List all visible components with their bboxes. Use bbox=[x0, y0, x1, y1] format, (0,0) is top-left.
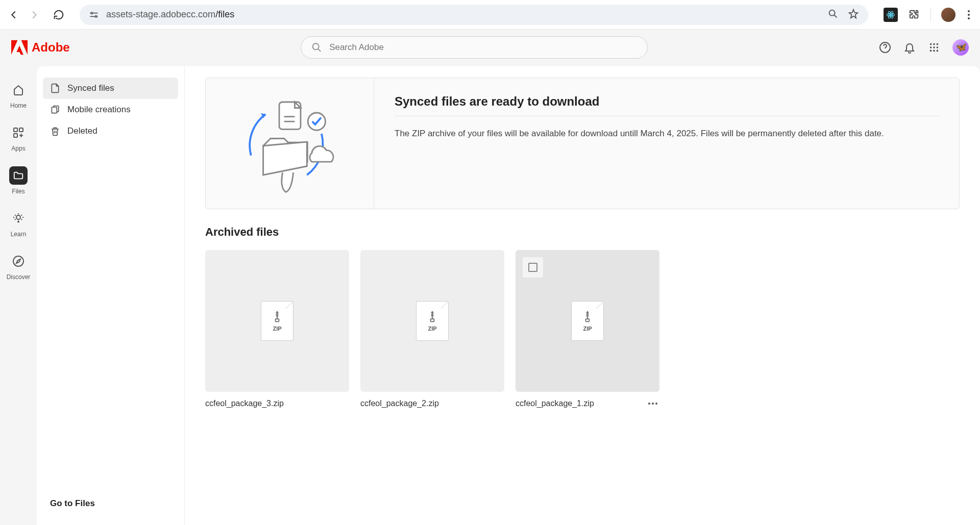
rail-label: Learn bbox=[11, 231, 27, 238]
zip-label: ZIP bbox=[428, 326, 436, 332]
trash-icon bbox=[50, 126, 60, 136]
app-header: Adobe bbox=[0, 30, 980, 65]
adobe-logo[interactable]: Adobe bbox=[11, 40, 70, 55]
section-title: Archived files bbox=[205, 226, 960, 239]
browser-forward-button[interactable] bbox=[29, 9, 40, 20]
browser-menu-button[interactable] bbox=[966, 10, 972, 19]
file-thumbnail: ZIP bbox=[360, 250, 504, 392]
divider bbox=[930, 8, 931, 21]
svg-rect-20 bbox=[14, 134, 17, 137]
browser-toolbar: assets-stage.adobecc.com/files bbox=[0, 0, 980, 30]
app-switcher-icon[interactable] bbox=[928, 41, 940, 54]
banner-title: Synced files are ready to download bbox=[395, 94, 939, 109]
files-icon bbox=[9, 166, 28, 185]
zip-file-icon: ZIP bbox=[261, 301, 293, 341]
svg-point-0 bbox=[91, 12, 92, 14]
zip-label: ZIP bbox=[273, 326, 281, 332]
svg-point-2 bbox=[829, 10, 835, 15]
svg-point-1 bbox=[95, 15, 97, 17]
file-card[interactable]: ZIP ccfeol_package_2.zip bbox=[360, 250, 504, 408]
rail-label: Apps bbox=[11, 145, 25, 152]
svg-point-11 bbox=[937, 43, 939, 45]
apps-icon bbox=[9, 123, 28, 142]
sidebar-item-label: Deleted bbox=[67, 126, 97, 136]
rail-label: Discover bbox=[7, 273, 31, 281]
file-more-actions-button[interactable] bbox=[646, 401, 659, 407]
site-settings-icon[interactable] bbox=[89, 10, 99, 20]
file-grid: ZIP ccfeol_package_3.zip ZIP ccfeol_pack… bbox=[205, 250, 960, 408]
browser-bookmark-icon[interactable] bbox=[848, 8, 859, 21]
file-thumbnail: ZIP bbox=[205, 250, 349, 392]
file-thumbnail: ZIP bbox=[516, 250, 659, 392]
rail-item-home[interactable]: Home bbox=[9, 81, 28, 109]
svg-point-9 bbox=[930, 43, 932, 45]
search-icon bbox=[311, 42, 322, 53]
rail-label: Files bbox=[12, 188, 24, 195]
files-sidebar: Synced files Mobile creations Deleted Go… bbox=[37, 66, 185, 525]
svg-point-15 bbox=[930, 50, 932, 52]
zip-label: ZIP bbox=[583, 326, 592, 332]
download-banner: Synced files are ready to download The Z… bbox=[205, 78, 960, 209]
rail-item-discover[interactable]: Discover bbox=[7, 252, 31, 281]
browser-profile-avatar[interactable] bbox=[941, 8, 955, 22]
main-content: Synced files are ready to download The Z… bbox=[185, 66, 980, 525]
sidebar-item-synced-files[interactable]: Synced files bbox=[43, 78, 178, 99]
url-text: assets-stage.adobecc.com/files bbox=[106, 9, 234, 20]
svg-point-3 bbox=[890, 14, 892, 15]
search-input[interactable] bbox=[329, 42, 637, 53]
left-nav-rail: Home Apps Files Learn Discover bbox=[0, 65, 37, 525]
sidebar-item-deleted[interactable]: Deleted bbox=[43, 120, 178, 142]
rail-item-learn[interactable]: Learn bbox=[9, 209, 28, 238]
file-select-checkbox[interactable] bbox=[523, 257, 543, 278]
sidebar-item-label: Synced files bbox=[67, 83, 114, 93]
file-icon bbox=[50, 83, 60, 93]
react-devtools-extension-icon[interactable] bbox=[884, 8, 898, 22]
svg-point-14 bbox=[937, 46, 939, 48]
svg-point-22 bbox=[13, 256, 23, 266]
divider bbox=[395, 116, 939, 116]
brand-name: Adobe bbox=[32, 40, 70, 55]
svg-rect-23 bbox=[52, 107, 57, 113]
extensions-icon[interactable] bbox=[908, 9, 920, 21]
rail-item-files[interactable]: Files bbox=[9, 166, 28, 195]
banner-illustration bbox=[206, 78, 374, 209]
file-name: ccfeol_package_1.zip bbox=[516, 399, 594, 408]
svg-point-10 bbox=[933, 43, 935, 45]
banner-body: The ZIP archive of your files will be av… bbox=[395, 127, 939, 140]
notifications-icon[interactable] bbox=[903, 41, 916, 54]
sidebar-item-label: Mobile creations bbox=[67, 105, 131, 115]
learn-icon bbox=[9, 209, 28, 228]
zip-file-icon: ZIP bbox=[416, 301, 449, 341]
browser-address-bar[interactable]: assets-stage.adobecc.com/files bbox=[80, 5, 868, 25]
rail-item-apps[interactable]: Apps bbox=[9, 123, 28, 152]
svg-point-7 bbox=[313, 43, 319, 49]
file-card[interactable]: ZIP ccfeol_package_3.zip bbox=[205, 250, 349, 408]
svg-rect-19 bbox=[19, 128, 23, 132]
mobile-creations-icon bbox=[50, 105, 60, 115]
svg-point-16 bbox=[933, 50, 935, 52]
svg-rect-30 bbox=[586, 319, 590, 321]
adobe-logo-icon bbox=[11, 40, 28, 55]
file-name: ccfeol_package_2.zip bbox=[360, 399, 439, 408]
svg-point-17 bbox=[937, 50, 939, 52]
discover-icon bbox=[9, 252, 28, 270]
svg-rect-29 bbox=[431, 319, 434, 321]
search-bar[interactable] bbox=[301, 36, 648, 59]
file-name: ccfeol_package_3.zip bbox=[205, 399, 284, 408]
browser-back-button[interactable] bbox=[8, 9, 19, 20]
svg-rect-18 bbox=[14, 128, 17, 132]
svg-point-12 bbox=[930, 46, 932, 48]
user-avatar[interactable] bbox=[952, 39, 969, 56]
go-to-files-link[interactable]: Go to Files bbox=[43, 493, 178, 514]
browser-zoom-icon[interactable] bbox=[827, 8, 839, 21]
zip-file-icon: ZIP bbox=[571, 301, 604, 341]
home-icon bbox=[9, 81, 28, 99]
sidebar-item-mobile-creations[interactable]: Mobile creations bbox=[43, 99, 178, 120]
svg-point-21 bbox=[16, 215, 20, 219]
browser-reload-button[interactable] bbox=[53, 9, 64, 20]
rail-label: Home bbox=[10, 102, 27, 109]
help-icon[interactable] bbox=[879, 41, 891, 54]
svg-point-13 bbox=[933, 46, 935, 48]
svg-rect-28 bbox=[276, 319, 279, 321]
file-card[interactable]: ZIP ccfeol_package_1.zip bbox=[516, 250, 659, 408]
